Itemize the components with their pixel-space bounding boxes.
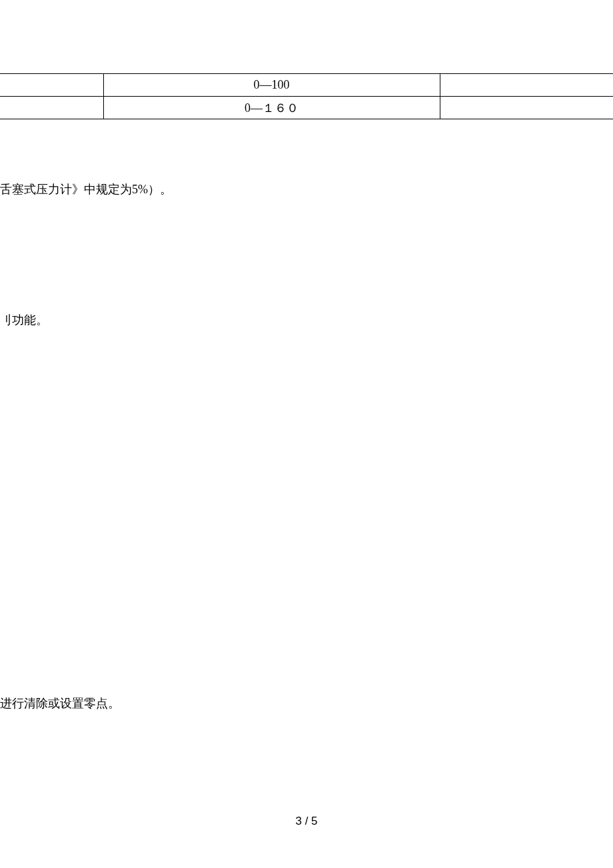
body-text-fragment: 舌塞式压力计》中规定为5%）。	[0, 181, 172, 197]
table-cell	[440, 97, 613, 119]
table-cell: 0—100	[103, 74, 440, 97]
data-table: 0—100 0—１６０	[0, 73, 613, 119]
table-row: 0—１６０	[0, 97, 613, 119]
table-cell	[0, 74, 103, 97]
page-number: 3 / 5	[0, 815, 613, 828]
table-cell	[440, 74, 613, 97]
body-text-fragment: 刂功能。	[0, 312, 48, 328]
body-text-fragment: 进行清除或设置零点。	[0, 695, 120, 711]
document-page: 0—100 0—１６０ 舌塞式压力计》中规定为5%）。 刂功能。 进行清除或设置…	[0, 0, 613, 868]
table-cell: 0—１６０	[103, 97, 440, 119]
table-row: 0—100	[0, 74, 613, 97]
table-cell	[0, 97, 103, 119]
